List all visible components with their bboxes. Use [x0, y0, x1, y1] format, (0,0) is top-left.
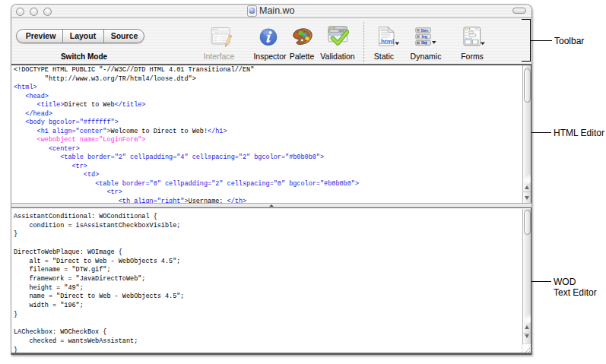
svg-text:.html: .html [379, 39, 395, 46]
svg-text:Body: Body [421, 40, 427, 45]
svg-text:Elem: Elem [421, 27, 430, 32]
svg-text:Img: Img [422, 34, 428, 39]
